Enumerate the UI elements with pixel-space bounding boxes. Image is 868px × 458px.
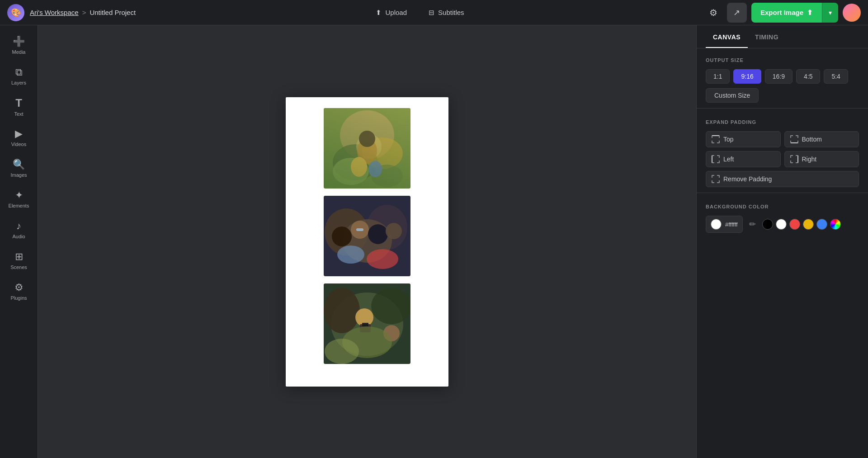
- padding-right-button[interactable]: Right: [784, 151, 859, 167]
- topnav-center: ⬆ Upload ⊟ Subtitles: [141, 6, 699, 19]
- sidebar-item-text[interactable]: T Text: [3, 92, 35, 121]
- size-5x4-button[interactable]: 5:4: [824, 69, 848, 84]
- sidebar-label-text: Text: [14, 111, 23, 117]
- sidebar-item-media[interactable]: ➕ Media: [3, 31, 35, 60]
- size-options: 1:1 9:16 16:9 4:5 5:4: [706, 69, 859, 84]
- remove-padding-button[interactable]: Remove Padding: [706, 171, 859, 187]
- remove-padding-label: Remove Padding: [723, 175, 772, 183]
- topnav: 🎨 Ari's Workspace > Untitled Project ⬆ U…: [0, 0, 868, 25]
- svg-point-24: [324, 288, 360, 333]
- scenes-icon: ⊞: [15, 251, 23, 263]
- svg-point-7: [357, 138, 377, 164]
- photo-slot-3[interactable]: [324, 283, 410, 364]
- topnav-right: ⚙ ↗ Export Image ⬆ ▾: [704, 3, 861, 23]
- chevron-down-icon: ▾: [829, 9, 832, 16]
- padding-left-icon: [712, 155, 720, 163]
- padding-left-label: Left: [723, 156, 734, 163]
- output-size-section: OUTPUT SIZE 1:1 9:16 16:9 4:5 5:4 Custom…: [697, 48, 868, 106]
- svg-point-31: [325, 339, 359, 364]
- color-preset-blue[interactable]: [816, 219, 827, 230]
- user-avatar[interactable]: [843, 4, 861, 22]
- svg-point-25: [371, 288, 410, 324]
- sidebar-item-images[interactable]: 🔍 Images: [3, 154, 35, 183]
- settings-button[interactable]: ⚙: [704, 4, 722, 22]
- svg-point-20: [367, 249, 398, 269]
- sidebar-item-scenes[interactable]: ⊞ Scenes: [3, 246, 35, 275]
- sidebar-item-plugins[interactable]: ⚙ Plugins: [3, 277, 35, 306]
- color-preset-white[interactable]: [776, 219, 787, 230]
- custom-size-button[interactable]: Custom Size: [706, 88, 759, 103]
- bg-color-row: #ffffff ✏: [706, 216, 859, 233]
- svg-point-19: [337, 246, 364, 264]
- svg-point-4: [356, 134, 382, 159]
- canvas-content: [286, 97, 448, 387]
- padding-bottom-icon: [790, 135, 798, 143]
- svg-rect-28: [362, 323, 368, 326]
- tab-canvas[interactable]: CANVAS: [706, 25, 748, 48]
- upload-button[interactable]: ⬆ Upload: [370, 6, 412, 19]
- eyedropper-button[interactable]: ✏: [747, 217, 758, 231]
- photo-slot-1[interactable]: [324, 108, 410, 189]
- subtitles-icon: ⊟: [429, 9, 434, 17]
- sidebar-item-elements[interactable]: ✦ Elements: [3, 184, 35, 213]
- expand-padding-title: EXPAND PADDING: [706, 119, 859, 125]
- sidebar-item-audio[interactable]: ♪ Audio: [3, 215, 35, 244]
- photo-slot-2[interactable]: [324, 196, 410, 276]
- size-16x9-button[interactable]: 16:9: [765, 69, 793, 84]
- output-size-title: OUTPUT SIZE: [706, 57, 859, 63]
- size-1x1-button[interactable]: 1:1: [706, 69, 730, 84]
- eyedropper-icon: ✏: [749, 220, 756, 229]
- svg-point-2: [333, 144, 378, 180]
- color-preset-gradient[interactable]: [830, 219, 841, 230]
- color-preset-black[interactable]: [762, 219, 773, 230]
- photo-1-image: [324, 108, 410, 189]
- remove-padding-icon: [712, 175, 720, 183]
- canvas-area: [38, 25, 696, 458]
- audio-icon: ♪: [16, 220, 21, 232]
- color-preset-yellow[interactable]: [803, 219, 814, 230]
- padding-right-icon: [790, 155, 798, 163]
- breadcrumb: Ari's Workspace > Untitled Project: [30, 9, 136, 16]
- size-4x5-button[interactable]: 4:5: [796, 69, 820, 84]
- padding-bottom-label: Bottom: [802, 136, 822, 143]
- right-panel: CANVAS TIMING OUTPUT SIZE 1:1 9:16 16:9 …: [696, 25, 868, 458]
- share-button[interactable]: ↗: [727, 3, 747, 23]
- sidebar-item-videos[interactable]: ▶ Videos: [3, 123, 35, 152]
- workspace-link[interactable]: Ari's Workspace: [30, 9, 79, 16]
- expand-padding-section: EXPAND PADDING Top Bottom Left Right: [697, 110, 868, 191]
- media-icon: ➕: [13, 36, 25, 47]
- color-presets: [762, 219, 841, 230]
- current-color-hex: #ffffff: [725, 221, 738, 228]
- sidebar-label-layers: Layers: [11, 80, 26, 85]
- export-button[interactable]: Export Image ⬆: [751, 3, 822, 23]
- background-color-section: BACKGROUND COLOR #ffffff ✏: [697, 195, 868, 236]
- logo-avatar: 🎨: [7, 4, 24, 21]
- subtitles-label: Subtitles: [438, 9, 464, 16]
- subtitles-button[interactable]: ⊟ Subtitles: [423, 6, 470, 19]
- size-9x16-button[interactable]: 9:16: [733, 69, 761, 84]
- svg-point-15: [332, 227, 352, 246]
- svg-point-6: [371, 165, 403, 187]
- svg-point-17: [368, 224, 388, 244]
- svg-rect-0: [324, 108, 410, 189]
- bg-color-preview[interactable]: #ffffff: [706, 216, 743, 233]
- export-dropdown-button[interactable]: ▾: [822, 3, 838, 23]
- sidebar-label-elements: Elements: [9, 203, 29, 208]
- main-content: ➕ Media ⧉ Layers T Text ▶ Videos 🔍 Image…: [0, 25, 868, 458]
- padding-left-button[interactable]: Left: [706, 151, 781, 167]
- svg-point-18: [386, 223, 402, 239]
- padding-bottom-button[interactable]: Bottom: [784, 131, 859, 147]
- photo-2-image: [324, 196, 410, 276]
- share-icon: ↗: [733, 8, 740, 18]
- upload-icon: ⬆: [376, 9, 382, 17]
- left-sidebar: ➕ Media ⧉ Layers T Text ▶ Videos 🔍 Image…: [0, 25, 38, 458]
- color-preset-red[interactable]: [789, 219, 800, 230]
- breadcrumb-separator: >: [82, 9, 86, 16]
- sidebar-item-layers[interactable]: ⧉ Layers: [3, 61, 35, 90]
- panel-tabs: CANVAS TIMING: [697, 25, 868, 48]
- padding-top-button[interactable]: Top: [706, 131, 781, 147]
- plugins-icon: ⚙: [14, 282, 24, 293]
- tab-timing[interactable]: TIMING: [748, 25, 786, 48]
- images-icon: 🔍: [13, 159, 25, 170]
- sidebar-label-videos: Videos: [11, 142, 26, 147]
